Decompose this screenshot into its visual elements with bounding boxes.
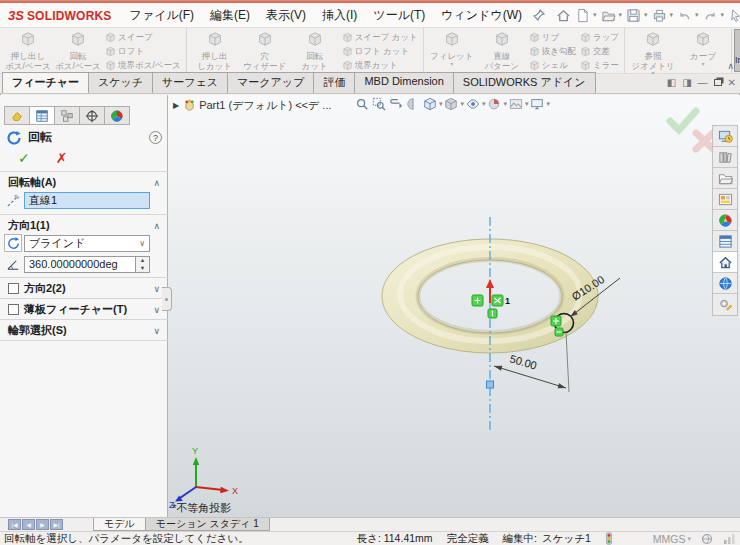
- dropdown-caret-icon[interactable]: ▾: [450, 62, 453, 66]
- ribbon-feature-button[interactable]: スイープ: [103, 31, 183, 45]
- file-explorer-tab[interactable]: [713, 168, 737, 189]
- tag-status-icon[interactable]: [701, 533, 713, 545]
- apply-scene-button[interactable]: [509, 97, 523, 111]
- view-settings-button[interactable]: [530, 97, 544, 111]
- selected-contours-section-header[interactable]: 輪郭選択(S) ∨: [8, 323, 160, 338]
- edit-appearance-button[interactable]: [487, 97, 501, 111]
- thin-feature-checkbox[interactable]: [8, 304, 19, 315]
- flyout-expand-icon[interactable]: ▶: [173, 101, 179, 110]
- direction2-section-header[interactable]: 方向2(2) ∨: [8, 281, 160, 296]
- collapse-chevron-icon[interactable]: ∧: [153, 221, 160, 231]
- hide-show-button[interactable]: [466, 97, 480, 111]
- panel-splitter-handle[interactable]: [162, 287, 172, 311]
- undo-button[interactable]: [676, 7, 693, 24]
- dropdown-caret-icon[interactable]: ▾: [619, 11, 623, 19]
- command-tab[interactable]: フィーチャー: [2, 72, 89, 93]
- flyout-feature-tree[interactable]: ▶ Part1 (デフォルト) <<デ ...: [173, 98, 332, 113]
- ribbon-feature-button[interactable]: 参照ジオメトリ▾: [628, 30, 678, 75]
- custom-properties-tab[interactable]: [713, 231, 737, 252]
- ribbon-feature-button[interactable]: 回転ボス/ベース: [53, 30, 103, 71]
- command-tab[interactable]: SOLIDWORKS アドイン: [453, 72, 596, 93]
- direction1-section-header[interactable]: 方向1(1) ∧: [8, 218, 160, 233]
- dropdown-caret-icon[interactable]: ▾: [695, 11, 699, 19]
- redo-button[interactable]: [702, 7, 719, 24]
- relation-badge-numbered[interactable]: [492, 295, 503, 306]
- ribbon-feature-button[interactable]: 境界ボス/ベース: [103, 59, 183, 73]
- print-button[interactable]: [651, 7, 668, 24]
- doc-close-button[interactable]: ✕: [728, 77, 736, 88]
- dropdown-caret-icon[interactable]: ▾: [702, 62, 705, 66]
- select-button[interactable]: [727, 7, 740, 24]
- profile-point-badge[interactable]: [551, 316, 561, 326]
- spin-up-icon[interactable]: ▲: [136, 257, 149, 265]
- angle-input[interactable]: 360.00000000deg: [24, 256, 136, 273]
- ribbon-feature-button[interactable]: リブ: [527, 31, 578, 45]
- previous-view-button[interactable]: [389, 97, 403, 111]
- home-button[interactable]: [555, 7, 572, 24]
- tab-scroll-button[interactable]: ▶|: [50, 519, 63, 530]
- sw-addins-tab[interactable]: [713, 294, 737, 315]
- display-style-button[interactable]: [444, 97, 458, 111]
- tab-property-manager[interactable]: [29, 106, 55, 125]
- ribbon-feature-button[interactable]: フィレット▾: [427, 30, 477, 66]
- view-orientation-button[interactable]: [423, 97, 437, 111]
- zoom-area-button[interactable]: [372, 97, 386, 111]
- ribbon-feature-button[interactable]: スイープ カット: [340, 31, 420, 45]
- profile-relation-badge[interactable]: [555, 328, 563, 336]
- doc-minimize-button[interactable]: —: [698, 77, 708, 88]
- ribbon-collapse-chevron[interactable]: ∧: [727, 61, 734, 71]
- dropdown-caret-icon[interactable]: ▾: [670, 11, 674, 19]
- dock-left-icon[interactable]: ◧: [667, 77, 676, 88]
- home-tab-tab[interactable]: [713, 252, 737, 273]
- tab-scroll-button[interactable]: ◀: [22, 519, 35, 530]
- command-tab[interactable]: マークアップ: [227, 72, 314, 93]
- ok-button[interactable]: ✓: [18, 150, 30, 166]
- reverse-direction-icon[interactable]: [4, 234, 22, 252]
- ribbon-feature-button[interactable]: シェル: [527, 59, 578, 73]
- axis-selection-input[interactable]: 直線1: [24, 192, 150, 209]
- doc-restore-button[interactable]: [714, 77, 722, 88]
- ribbon-feature-button[interactable]: 穴ウィザード▾: [240, 30, 290, 75]
- menu-item[interactable]: 挿入(I): [314, 5, 365, 26]
- section-view-button[interactable]: [406, 97, 420, 111]
- ribbon-feature-button[interactable]: ミラー: [578, 59, 621, 73]
- tab-scroll-button[interactable]: ▶: [36, 519, 49, 530]
- graphics-area[interactable]: 1 Ø10.00: [168, 95, 740, 517]
- save-button[interactable]: [625, 7, 642, 24]
- ribbon-feature-button[interactable]: 押し出しボス/ベース: [3, 30, 53, 71]
- menu-item[interactable]: ファイル(F): [122, 5, 202, 26]
- instant3d-button[interactable]: Instant3D: [734, 29, 740, 72]
- end-condition-dropdown[interactable]: ブラインド ∨: [24, 235, 150, 252]
- collapse-chevron-icon[interactable]: ∧: [153, 178, 160, 188]
- ribbon-feature-button[interactable]: 押し出しカット: [190, 30, 240, 71]
- flyout-tree-label[interactable]: Part1 (デフォルト) <<デ ...: [199, 98, 331, 113]
- ribbon-feature-button[interactable]: 交差: [578, 45, 621, 59]
- cancel-button[interactable]: ✗: [56, 150, 68, 166]
- tab-configuration-manager[interactable]: [54, 106, 80, 125]
- menu-item[interactable]: 表示(V): [258, 5, 314, 26]
- new-document-button[interactable]: [574, 7, 591, 24]
- menu-item[interactable]: 編集(E): [202, 5, 258, 26]
- tab-feature-tree[interactable]: [4, 106, 30, 125]
- view-palette-tab[interactable]: [713, 189, 737, 210]
- units-selector[interactable]: MMGS: [653, 533, 686, 545]
- dropdown-caret-icon[interactable]: ▾: [547, 100, 551, 108]
- command-tab[interactable]: サーフェス: [152, 72, 228, 93]
- dropdown-caret-icon[interactable]: ▾: [721, 11, 725, 19]
- thin-feature-section-header[interactable]: 薄板フィーチャー(T) ∨: [8, 302, 160, 317]
- axis-endpoint-handle[interactable]: [487, 381, 494, 388]
- menu-item[interactable]: ウィンドウ(W): [433, 5, 530, 26]
- pin-menu-icon[interactable]: [532, 8, 546, 22]
- zoom-fit-button[interactable]: [355, 97, 369, 111]
- direction2-checkbox[interactable]: [8, 283, 19, 294]
- dropdown-caret-icon[interactable]: ▾: [644, 11, 648, 19]
- appearances-scenes-tab[interactable]: [713, 210, 737, 231]
- spin-down-icon[interactable]: ▼: [136, 264, 149, 272]
- panel-help-icon[interactable]: ?: [149, 131, 162, 144]
- relation-badge-coincident[interactable]: [472, 295, 483, 306]
- menu-item[interactable]: ツール(T): [365, 5, 433, 26]
- ribbon-feature-button[interactable]: 境界カット: [340, 59, 420, 73]
- expand-chevron-icon[interactable]: ∨: [153, 284, 160, 294]
- relation-badge-vertical[interactable]: [488, 309, 497, 318]
- ribbon-feature-button[interactable]: ロフト カット: [340, 45, 420, 59]
